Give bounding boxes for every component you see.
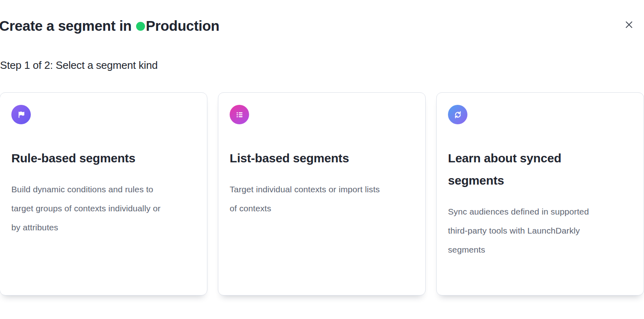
card-title: Learn about synced segments [448, 147, 632, 191]
card-description: Target individual contexts or import lis… [230, 180, 414, 218]
card-list-based-segments[interactable]: List-based segments Target individual co… [218, 92, 426, 296]
modal-title-prefix: Create a segment in [0, 18, 132, 34]
create-segment-modal: Create a segment in Production Step 1 of… [0, 0, 644, 319]
card-description: Build dynamic conditions and rules to ta… [11, 180, 196, 237]
card-description: Sync audiences defined in supported thir… [448, 202, 632, 259]
modal-title: Create a segment in Production [0, 18, 220, 34]
close-button[interactable] [623, 19, 635, 31]
list-icon [230, 105, 249, 124]
segment-kind-options: Rule-based segments Build dynamic condit… [0, 92, 644, 296]
environment-name: Production [146, 18, 220, 34]
card-synced-segments[interactable]: Learn about synced segments Sync audienc… [436, 92, 644, 296]
sync-icon [448, 105, 467, 124]
environment-status-dot-icon [136, 22, 145, 31]
card-title: List-based segments [230, 147, 414, 169]
card-title: Rule-based segments [11, 147, 196, 169]
step-label: Step 1 of 2: Select a segment kind [0, 59, 158, 72]
card-rule-based-segments[interactable]: Rule-based segments Build dynamic condit… [0, 92, 207, 296]
flag-icon [11, 105, 31, 124]
close-icon [624, 20, 634, 30]
